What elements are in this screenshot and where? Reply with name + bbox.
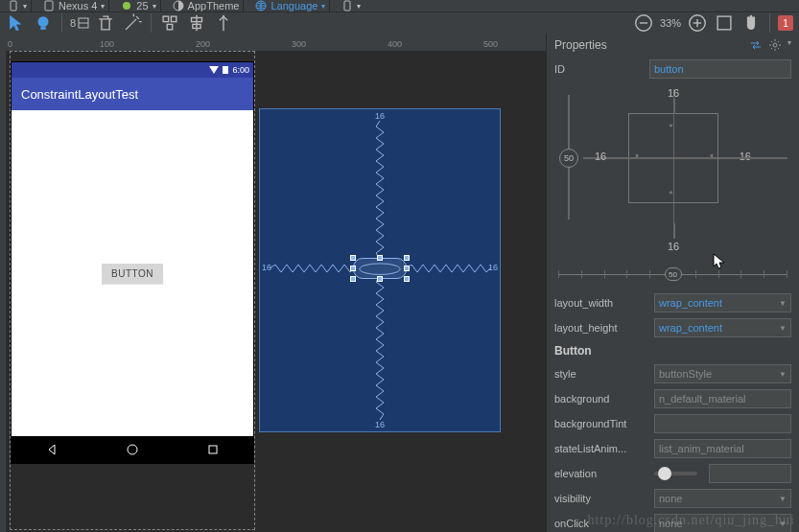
constraint-left-spring — [270, 265, 354, 272]
warning-count: 1 — [783, 18, 788, 29]
lightbulb-icon — [33, 12, 54, 34]
margin-value: 8 — [70, 17, 76, 29]
margin-top-value[interactable]: 16 — [668, 87, 679, 99]
layout-height-row: layout_height wrap_content▼ — [547, 315, 799, 340]
svg-rect-10 — [163, 16, 169, 22]
pack-button[interactable] — [159, 12, 180, 34]
wand-icon — [122, 12, 143, 34]
constraint-right-spring — [406, 265, 490, 272]
layout-height-select[interactable]: wrap_content▼ — [654, 318, 791, 337]
layout-width-row: layout_width wrap_content▼ — [547, 290, 799, 315]
device-icon — [43, 0, 55, 12]
svg-rect-22 — [717, 16, 731, 30]
app-title: ConstraintLayoutTest — [21, 87, 138, 102]
infer-constraints-button[interactable] — [122, 12, 143, 34]
theme-selector[interactable]: AppTheme — [169, 0, 245, 12]
elevation-row: elevation — [547, 461, 799, 486]
statelistanimator-row: stateListAnim... list_anim_material — [547, 436, 799, 461]
device-label: Nexus 4 — [59, 0, 97, 12]
device-selector[interactable]: Nexus 4 ▾ — [39, 0, 109, 12]
statelistanimator-input[interactable]: list_anim_material — [654, 439, 791, 458]
inner-oval — [357, 262, 403, 276]
id-row: ID — [547, 57, 799, 81]
constraint-widget[interactable]: 50 ››› ‹‹‹ ››› ‹‹‹ 16 16 16 16 — [554, 85, 791, 258]
select-tool[interactable] — [6, 12, 27, 34]
svg-rect-12 — [167, 24, 173, 30]
zoom-out-button[interactable] — [633, 12, 654, 34]
elevation-slider[interactable] — [654, 472, 697, 475]
minus-circle-icon — [633, 12, 654, 34]
clear-constraints-button[interactable] — [95, 12, 116, 34]
id-input[interactable] — [649, 59, 791, 79]
theme-icon — [173, 0, 184, 12]
zoom-fit-button[interactable] — [714, 12, 735, 34]
app-bar: ConstraintLayoutTest — [12, 78, 253, 110]
align-button[interactable] — [186, 12, 207, 34]
design-canvas[interactable]: 0 100 200 300 400 500 6:00 — [0, 34, 546, 532]
layout-width-select[interactable]: wrap_content▼ — [654, 293, 791, 312]
visibility-select[interactable]: none▼ — [654, 489, 791, 508]
svg-point-24 — [128, 445, 137, 454]
theme-label: AppTheme — [188, 0, 240, 12]
warnings-badge[interactable]: 1 — [778, 15, 793, 31]
svg-point-26 — [360, 264, 400, 275]
orientation-selector[interactable]: ▾ — [4, 0, 32, 12]
language-label: Language — [270, 0, 317, 12]
style-select[interactable]: buttonStyle▼ — [654, 364, 791, 383]
svg-rect-25 — [209, 446, 217, 453]
phone-icon — [8, 0, 19, 12]
language-selector[interactable]: Language ▾ — [251, 0, 330, 12]
style-label: style — [554, 368, 648, 380]
globe-icon — [255, 0, 267, 12]
button-widget-blueprint[interactable] — [353, 258, 407, 279]
pan-button[interactable] — [740, 12, 762, 34]
margin-right-value[interactable]: 16 — [740, 150, 751, 162]
button-section-header: Button — [547, 340, 799, 361]
svg-rect-11 — [172, 16, 177, 22]
horizontal-ruler: 0 100 200 300 400 500 — [0, 34, 546, 51]
clear-icon — [95, 12, 116, 34]
button-label: BUTTON — [111, 268, 153, 279]
autoconnect-toggle[interactable] — [33, 12, 54, 34]
layout-height-label: layout_height — [554, 322, 648, 334]
id-label: ID — [554, 63, 644, 75]
swap-icon[interactable] — [749, 38, 763, 52]
horizontal-bias-slider[interactable]: 50 — [558, 266, 787, 285]
align-icon — [186, 12, 207, 34]
guideline-icon — [213, 12, 234, 34]
hand-icon — [740, 12, 762, 34]
svg-point-6 — [38, 16, 49, 27]
style-row: style buttonStyle▼ — [547, 361, 799, 386]
guideline-button[interactable] — [213, 12, 234, 34]
variant-selector[interactable]: ▾ — [338, 0, 364, 12]
margin-bottom-value[interactable]: 16 — [668, 241, 679, 252]
top-size-indicator[interactable]: ››› — [667, 124, 675, 126]
design-surface[interactable]: 6:00 ConstraintLayoutTest BUTTON — [12, 62, 253, 463]
blueprint-surface[interactable]: 16 16 16 16 — [259, 108, 501, 432]
right-size-indicator[interactable]: ‹‹‹ — [710, 151, 712, 160]
constraint-bottom-spring — [376, 276, 384, 420]
background-input[interactable]: n_default_material — [654, 389, 791, 408]
margin-left-value[interactable]: 16 — [595, 150, 606, 162]
horizontal-bias-knob[interactable]: 50 — [665, 267, 682, 281]
button-widget-design[interactable]: BUTTON — [102, 264, 163, 284]
phone-icon — [341, 0, 353, 12]
android-icon — [121, 0, 132, 12]
api-selector[interactable]: 25 ▾ — [117, 0, 160, 12]
backgroundtint-input[interactable] — [654, 414, 791, 433]
fit-icon — [714, 12, 735, 34]
battery-icon — [223, 66, 228, 74]
statelistanimator-label: stateListAnim... — [554, 443, 648, 454]
background-label: background — [554, 393, 648, 405]
gear-icon[interactable] — [768, 38, 782, 52]
default-margin-selector[interactable]: 8 — [70, 12, 89, 34]
properties-header: Properties ▾ — [547, 34, 799, 57]
pack-icon — [159, 12, 180, 34]
svg-rect-1 — [45, 1, 53, 11]
elevation-input[interactable] — [709, 464, 791, 483]
vertical-bias-knob[interactable]: 50 — [559, 149, 578, 168]
background-row: background n_default_material — [547, 386, 799, 411]
left-size-indicator[interactable]: ››› — [635, 151, 637, 160]
bottom-size-indicator[interactable]: ‹‹‹ — [667, 191, 675, 193]
zoom-in-button[interactable] — [687, 12, 708, 34]
